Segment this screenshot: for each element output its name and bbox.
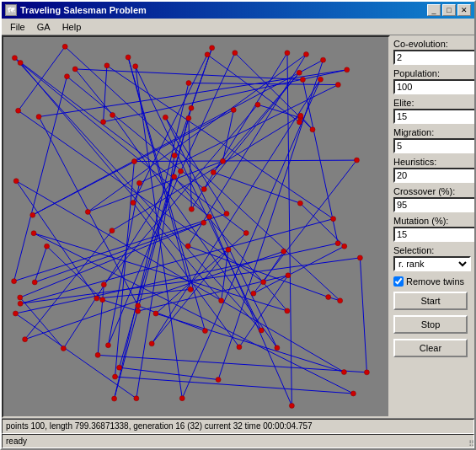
resize-grip[interactable]: ⠿ (464, 438, 474, 448)
remove-twins-row: Remove twins (393, 276, 471, 287)
elite-group: Elite: ▲ ▼ (393, 98, 471, 124)
elite-row: ▲ ▼ (393, 109, 471, 124)
population-label: Population: (393, 68, 471, 78)
crossover-row: ▲ ▼ (393, 197, 471, 212)
mutation-row: ▲ ▼ (393, 227, 471, 242)
minimize-button[interactable]: _ (427, 4, 441, 16)
maximize-button[interactable]: □ (442, 4, 456, 16)
migration-row: ▲ ▼ (393, 138, 471, 153)
elite-input[interactable] (393, 109, 474, 124)
population-group: Population: ▲ ▼ (393, 68, 471, 94)
window-title: Traveling Salesman Problem (20, 5, 147, 15)
population-row: ▲ ▼ (393, 79, 471, 94)
co-evolution-row: ▲ ▼ (393, 50, 471, 65)
menu-ga[interactable]: GA (32, 21, 56, 33)
menu-help[interactable]: Help (57, 21, 87, 33)
elite-label: Elite: (393, 98, 471, 108)
selection-label: Selection: (393, 245, 471, 255)
selection-group: Selection: r. rank tournament roulette (393, 245, 471, 271)
status-bar: points 100, length 799.36871338, generat… (2, 418, 474, 448)
app-icon: 🗺 (5, 4, 17, 16)
co-evolution-label: Co-evolution: (393, 39, 471, 49)
selection-select[interactable]: r. rank tournament roulette (393, 256, 471, 271)
co-evolution-input[interactable] (393, 50, 474, 65)
heuristics-group: Heuristics: ▲ ▼ (393, 157, 471, 183)
title-bar-left: 🗺 Traveling Salesman Problem (5, 4, 147, 16)
crossover-group: Crossover (%): ▲ ▼ (393, 186, 471, 212)
selection-row: r. rank tournament roulette (393, 256, 471, 271)
heuristics-label: Heuristics: (393, 157, 471, 167)
mutation-input[interactable] (393, 227, 474, 242)
migration-label: Migration: (393, 127, 471, 137)
canvas-area (2, 35, 390, 418)
migration-input[interactable] (393, 138, 474, 153)
start-button[interactable]: Start (393, 292, 468, 310)
stop-button[interactable]: Stop (393, 315, 468, 334)
heuristics-row: ▲ ▼ (393, 168, 471, 183)
mutation-label: Mutation (%): (393, 216, 471, 226)
remove-twins-checkbox[interactable] (393, 276, 404, 287)
crossover-label: Crossover (%): (393, 186, 471, 196)
main-content: Co-evolution: ▲ ▼ Population: ▲ ▼ (2, 35, 474, 418)
menu-file[interactable]: File (5, 21, 30, 33)
co-evolution-group: Co-evolution: ▲ ▼ (393, 39, 471, 65)
remove-twins-label: Remove twins (406, 276, 464, 287)
mutation-group: Mutation (%): ▲ ▼ (393, 216, 471, 242)
close-button[interactable]: ✕ (457, 4, 471, 16)
menu-bar: File GA Help (2, 19, 474, 35)
migration-group: Migration: ▲ ▼ (393, 127, 471, 153)
title-buttons: _ □ ✕ (427, 4, 471, 16)
status-line2: ready (2, 434, 474, 449)
status-line1: points 100, length 799.36871338, generat… (2, 419, 474, 434)
tsp-canvas (3, 37, 388, 416)
heuristics-input[interactable] (393, 168, 474, 183)
title-bar: 🗺 Traveling Salesman Problem _ □ ✕ (2, 2, 474, 19)
clear-button[interactable]: Clear (393, 339, 468, 357)
population-input[interactable] (393, 79, 474, 94)
sidebar: Co-evolution: ▲ ▼ Population: ▲ ▼ (390, 35, 474, 418)
main-window: 🗺 Traveling Salesman Problem _ □ ✕ File … (0, 0, 476, 450)
crossover-input[interactable] (393, 197, 474, 212)
